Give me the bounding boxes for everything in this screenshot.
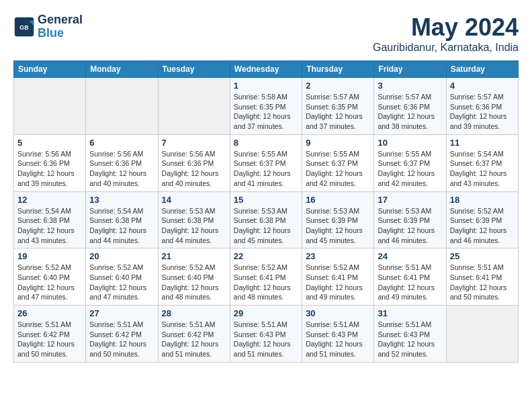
- day-info: Sunrise: 5:55 AMSunset: 6:37 PMDaylight:…: [234, 149, 298, 189]
- day-info: Sunrise: 5:52 AMSunset: 6:40 PMDaylight:…: [89, 263, 154, 302]
- day-number: 25: [450, 251, 515, 261]
- weekday-header: Saturday: [446, 61, 518, 78]
- calendar-cell: 19Sunrise: 5:52 AMSunset: 6:40 PMDayligh…: [14, 248, 86, 306]
- day-number: 17: [378, 195, 442, 205]
- day-info: Sunrise: 5:55 AMSunset: 6:37 PMDaylight:…: [378, 149, 442, 189]
- day-info: Sunrise: 5:55 AMSunset: 6:37 PMDaylight:…: [306, 149, 370, 189]
- day-number: 4: [450, 81, 515, 91]
- calendar-cell: 27Sunrise: 5:51 AMSunset: 6:42 PMDayligh…: [86, 306, 158, 363]
- calendar-cell: 10Sunrise: 5:55 AMSunset: 6:37 PMDayligh…: [374, 134, 446, 191]
- day-number: 22: [234, 251, 298, 261]
- title-block: May 2024 Gauribidanur, Karnataka, India: [373, 13, 519, 54]
- day-info: Sunrise: 5:57 AMSunset: 6:36 PMDaylight:…: [450, 92, 515, 132]
- calendar-cell: [158, 78, 230, 135]
- day-number: 2: [306, 81, 370, 91]
- day-info: Sunrise: 5:52 AMSunset: 6:41 PMDaylight:…: [306, 263, 370, 302]
- calendar-cell: 2Sunrise: 5:57 AMSunset: 6:35 PMDaylight…: [302, 78, 374, 135]
- calendar-cell: 15Sunrise: 5:53 AMSunset: 6:38 PMDayligh…: [230, 191, 302, 248]
- day-number: 28: [162, 308, 226, 318]
- calendar-week-row: 26Sunrise: 5:51 AMSunset: 6:42 PMDayligh…: [14, 306, 519, 363]
- month-title: May 2024: [373, 13, 519, 42]
- day-number: 29: [234, 308, 298, 318]
- day-info: Sunrise: 5:51 AMSunset: 6:41 PMDaylight:…: [378, 263, 442, 302]
- day-info: Sunrise: 5:51 AMSunset: 6:42 PMDaylight:…: [17, 320, 82, 359]
- calendar-cell: 3Sunrise: 5:57 AMSunset: 6:36 PMDaylight…: [374, 78, 446, 135]
- calendar-cell: 20Sunrise: 5:52 AMSunset: 6:40 PMDayligh…: [86, 248, 158, 306]
- calendar-cell: 26Sunrise: 5:51 AMSunset: 6:42 PMDayligh…: [14, 306, 86, 363]
- logo: GB General Blue: [13, 13, 83, 40]
- calendar-cell: 1Sunrise: 5:58 AMSunset: 6:35 PMDaylight…: [230, 78, 302, 135]
- calendar-cell: 17Sunrise: 5:53 AMSunset: 6:39 PMDayligh…: [374, 191, 446, 248]
- day-number: 11: [450, 138, 515, 148]
- day-number: 5: [17, 138, 82, 148]
- calendar-cell: 13Sunrise: 5:54 AMSunset: 6:38 PMDayligh…: [86, 191, 158, 248]
- weekday-header: Wednesday: [230, 61, 302, 78]
- day-number: 18: [450, 195, 515, 205]
- day-number: 15: [234, 195, 298, 205]
- day-info: Sunrise: 5:56 AMSunset: 6:36 PMDaylight:…: [89, 149, 154, 189]
- calendar-cell: 11Sunrise: 5:54 AMSunset: 6:37 PMDayligh…: [446, 134, 518, 191]
- day-number: 31: [378, 308, 442, 318]
- day-info: Sunrise: 5:52 AMSunset: 6:40 PMDaylight:…: [17, 263, 82, 302]
- day-number: 23: [306, 251, 370, 261]
- day-number: 12: [17, 195, 82, 205]
- weekday-header: Thursday: [302, 61, 374, 78]
- day-number: 3: [378, 81, 442, 91]
- day-info: Sunrise: 5:53 AMSunset: 6:39 PMDaylight:…: [378, 206, 442, 246]
- day-info: Sunrise: 5:51 AMSunset: 6:42 PMDaylight:…: [162, 320, 226, 359]
- calendar-cell: 30Sunrise: 5:51 AMSunset: 6:43 PMDayligh…: [302, 306, 374, 363]
- calendar-cell: [14, 78, 86, 135]
- calendar-cell: 21Sunrise: 5:52 AMSunset: 6:40 PMDayligh…: [158, 248, 230, 306]
- calendar-table: SundayMondayTuesdayWednesdayThursdayFrid…: [13, 60, 519, 363]
- calendar-cell: [446, 306, 518, 363]
- logo-icon: GB: [13, 16, 35, 38]
- weekday-header: Friday: [374, 61, 446, 78]
- svg-text:GB: GB: [19, 24, 28, 30]
- day-info: Sunrise: 5:51 AMSunset: 6:43 PMDaylight:…: [378, 320, 442, 359]
- location-subtitle: Gauribidanur, Karnataka, India: [373, 42, 519, 54]
- calendar-week-row: 5Sunrise: 5:56 AMSunset: 6:36 PMDaylight…: [14, 134, 519, 191]
- day-number: 7: [162, 138, 226, 148]
- day-info: Sunrise: 5:56 AMSunset: 6:36 PMDaylight:…: [162, 149, 226, 189]
- calendar-cell: 24Sunrise: 5:51 AMSunset: 6:41 PMDayligh…: [374, 248, 446, 306]
- day-number: 21: [162, 251, 226, 261]
- day-info: Sunrise: 5:51 AMSunset: 6:41 PMDaylight:…: [450, 263, 515, 302]
- calendar-cell: 5Sunrise: 5:56 AMSunset: 6:36 PMDaylight…: [14, 134, 86, 191]
- calendar-cell: 9Sunrise: 5:55 AMSunset: 6:37 PMDaylight…: [302, 134, 374, 191]
- calendar-cell: 23Sunrise: 5:52 AMSunset: 6:41 PMDayligh…: [302, 248, 374, 306]
- calendar-cell: 29Sunrise: 5:51 AMSunset: 6:43 PMDayligh…: [230, 306, 302, 363]
- day-info: Sunrise: 5:54 AMSunset: 6:37 PMDaylight:…: [450, 149, 515, 189]
- calendar-cell: 12Sunrise: 5:54 AMSunset: 6:38 PMDayligh…: [14, 191, 86, 248]
- day-info: Sunrise: 5:52 AMSunset: 6:39 PMDaylight:…: [450, 206, 515, 246]
- day-info: Sunrise: 5:53 AMSunset: 6:38 PMDaylight:…: [234, 206, 298, 246]
- day-number: 6: [89, 138, 154, 148]
- weekday-header: Tuesday: [158, 61, 230, 78]
- calendar-week-row: 19Sunrise: 5:52 AMSunset: 6:40 PMDayligh…: [14, 248, 519, 306]
- day-number: 30: [306, 308, 370, 318]
- day-info: Sunrise: 5:53 AMSunset: 6:38 PMDaylight:…: [162, 206, 226, 246]
- weekday-header-row: SundayMondayTuesdayWednesdayThursdayFrid…: [14, 61, 519, 78]
- calendar-cell: 18Sunrise: 5:52 AMSunset: 6:39 PMDayligh…: [446, 191, 518, 248]
- calendar-cell: 16Sunrise: 5:53 AMSunset: 6:39 PMDayligh…: [302, 191, 374, 248]
- calendar-week-row: 1Sunrise: 5:58 AMSunset: 6:35 PMDaylight…: [14, 78, 519, 135]
- day-number: 8: [234, 138, 298, 148]
- day-info: Sunrise: 5:56 AMSunset: 6:36 PMDaylight:…: [17, 149, 82, 189]
- calendar-cell: 7Sunrise: 5:56 AMSunset: 6:36 PMDaylight…: [158, 134, 230, 191]
- day-info: Sunrise: 5:54 AMSunset: 6:38 PMDaylight:…: [17, 206, 82, 246]
- calendar-cell: 31Sunrise: 5:51 AMSunset: 6:43 PMDayligh…: [374, 306, 446, 363]
- logo-text: General Blue: [38, 13, 83, 40]
- day-number: 10: [378, 138, 442, 148]
- day-number: 13: [89, 195, 154, 205]
- day-number: 19: [17, 251, 82, 261]
- day-info: Sunrise: 5:51 AMSunset: 6:42 PMDaylight:…: [89, 320, 154, 359]
- calendar-cell: 8Sunrise: 5:55 AMSunset: 6:37 PMDaylight…: [230, 134, 302, 191]
- calendar-cell: 28Sunrise: 5:51 AMSunset: 6:42 PMDayligh…: [158, 306, 230, 363]
- weekday-header: Sunday: [14, 61, 86, 78]
- day-number: 1: [234, 81, 298, 91]
- day-number: 16: [306, 195, 370, 205]
- day-number: 26: [17, 308, 82, 318]
- calendar-cell: [86, 78, 158, 135]
- calendar-cell: 14Sunrise: 5:53 AMSunset: 6:38 PMDayligh…: [158, 191, 230, 248]
- day-number: 27: [89, 308, 154, 318]
- day-info: Sunrise: 5:51 AMSunset: 6:43 PMDaylight:…: [306, 320, 370, 359]
